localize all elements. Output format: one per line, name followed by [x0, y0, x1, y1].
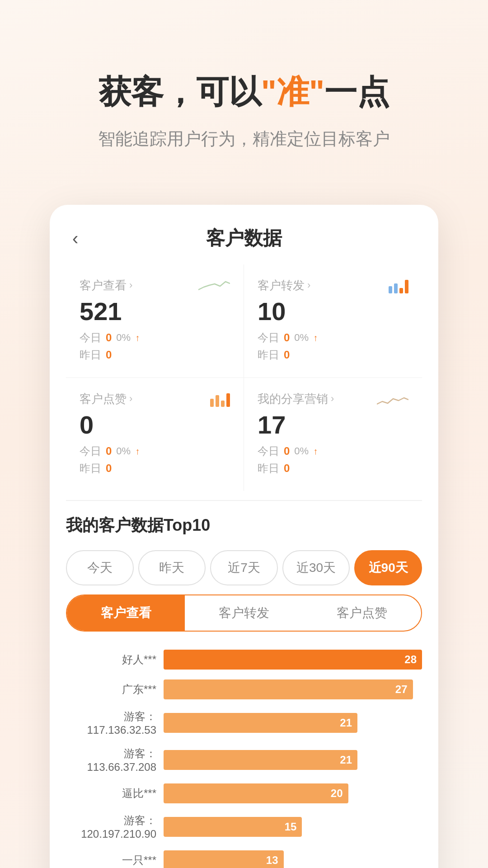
bar-row: 逼比*** 20 — [66, 783, 422, 803]
page-title: 客户数据 — [206, 226, 282, 251]
bar-name: 好人*** — [66, 652, 156, 667]
bar-row: 游客：117.136.32.53 21 — [66, 709, 422, 736]
bar-track: 21 — [164, 713, 422, 733]
mini-line-chart-share — [377, 391, 408, 407]
arrow-up-icon: ↑ — [313, 333, 318, 343]
bar-value: 15 — [285, 821, 297, 833]
hero-subtitle: 智能追踪用户行为，精准定位目标客户 — [27, 127, 461, 151]
chevron-icon: › — [129, 393, 132, 405]
stat-label-share: 我的分享营销 › — [258, 391, 334, 407]
bar-track: 13 — [164, 850, 422, 868]
stat-card-like: 客户点赞 › 0 今日 0 0% ↑ 昨日 0 — [66, 378, 244, 491]
bar-track: 28 — [164, 650, 422, 670]
bar-fill: 21 — [164, 750, 357, 770]
date-tab-90days[interactable]: 近90天 — [354, 550, 422, 585]
bar-row: 游客：113.66.37.208 21 — [66, 746, 422, 774]
bar-name: 游客：120.197.210.90 — [66, 813, 156, 840]
bar-name: 游客：117.136.32.53 — [66, 709, 156, 736]
hero-title-accent: "准" — [261, 74, 324, 110]
bar-track: 21 — [164, 750, 422, 770]
date-tab-today[interactable]: 今天 — [66, 550, 134, 585]
chevron-icon: › — [331, 393, 334, 405]
bar-value: 20 — [331, 787, 343, 800]
date-tabs: 今天 昨天 近7天 近30天 近90天 — [66, 550, 422, 585]
cat-tab-like[interactable]: 客户点赞 — [303, 595, 421, 631]
bar-value: 21 — [340, 754, 352, 766]
stat-today-share: 今日 0 0% ↑ — [258, 444, 408, 458]
bar-fill: 28 — [164, 650, 422, 670]
stat-yesterday-forward: 昨日 0 — [258, 348, 408, 362]
stat-today-views: 今日 0 0% ↑ — [80, 330, 230, 345]
stat-yesterday-views: 昨日 0 — [80, 348, 230, 362]
stat-value-views: 521 — [80, 299, 230, 324]
bar-row: 游客：120.197.210.90 15 — [66, 813, 422, 840]
card-header: ‹ 客户数据 — [50, 205, 438, 264]
stats-grid: 客户查看 › 521 今日 0 0% ↑ 昨日 0 — [50, 264, 438, 491]
bar-value: 27 — [395, 683, 408, 696]
mini-line-chart — [198, 277, 230, 293]
hero-title-part2: 一点 — [324, 74, 389, 110]
bar-track: 15 — [164, 817, 422, 837]
phone-card: ‹ 客户数据 客户查看 › 521 今日 0 0% ↑ — [50, 205, 438, 868]
bar-value: 13 — [266, 854, 278, 867]
bar-fill: 21 — [164, 713, 357, 733]
date-tab-30days[interactable]: 近30天 — [282, 550, 350, 585]
bar-fill: 20 — [164, 783, 348, 803]
date-tab-yesterday[interactable]: 昨天 — [138, 550, 206, 585]
hero-title-part1: 获客，可以 — [99, 74, 261, 110]
bar-name: 逼比*** — [66, 786, 156, 801]
cat-tabs: 客户查看 客户转发 客户点赞 — [66, 594, 422, 632]
bar-row: 一只*** 13 — [66, 850, 422, 868]
bar-name: 广东*** — [66, 682, 156, 697]
bar-fill: 27 — [164, 679, 413, 699]
cat-tab-forward[interactable]: 客户转发 — [185, 595, 303, 631]
back-button[interactable]: ‹ — [72, 228, 78, 249]
stat-today-forward: 今日 0 0% ↑ — [258, 330, 408, 345]
top10-section: 我的客户数据Top10 今天 昨天 近7天 近30天 近90天 客户查看 客户转… — [50, 514, 438, 868]
bar-value: 21 — [340, 717, 352, 729]
chevron-icon: › — [129, 279, 132, 291]
arrow-up-icon: ↑ — [135, 446, 140, 457]
stat-value-forward: 10 — [258, 299, 408, 324]
stat-card-views: 客户查看 › 521 今日 0 0% ↑ 昨日 0 — [66, 264, 244, 378]
bar-track: 20 — [164, 783, 422, 803]
stat-card-forward: 客户转发 › 10 今日 0 0% ↑ 昨日 0 — [244, 264, 422, 378]
arrow-up-icon: ↑ — [313, 446, 318, 457]
mini-bar-chart — [389, 277, 408, 293]
date-tab-7days[interactable]: 近7天 — [210, 550, 278, 585]
stat-value-like: 0 — [80, 412, 230, 438]
hero-section: 获客，可以"准"一点 智能追踪用户行为，精准定位目标客户 — [0, 0, 488, 187]
mini-bar-chart-like — [210, 391, 230, 407]
bar-name: 一只*** — [66, 853, 156, 868]
cat-tab-views[interactable]: 客户查看 — [67, 595, 185, 631]
stat-label-views: 客户查看 › — [80, 278, 132, 293]
bar-chart: 好人*** 28 广东*** 27 游客：117.136.32.53 21 游客… — [66, 650, 422, 868]
chevron-icon: › — [307, 279, 310, 291]
bar-name: 游客：113.66.37.208 — [66, 746, 156, 774]
stat-yesterday-share: 昨日 0 — [258, 461, 408, 476]
stat-value-share: 17 — [258, 412, 408, 438]
stat-label-like: 客户点赞 › — [80, 391, 132, 407]
bar-row: 好人*** 28 — [66, 650, 422, 670]
top10-title: 我的客户数据Top10 — [66, 514, 422, 537]
divider — [66, 500, 422, 501]
bar-track: 27 — [164, 679, 422, 699]
stat-today-like: 今日 0 0% ↑ — [80, 444, 230, 458]
stat-yesterday-like: 昨日 0 — [80, 461, 230, 476]
bar-row: 广东*** 27 — [66, 679, 422, 699]
stat-label-forward: 客户转发 › — [258, 278, 310, 293]
bar-fill: 13 — [164, 850, 284, 868]
hero-title: 获客，可以"准"一点 — [27, 72, 461, 111]
bar-value: 28 — [404, 653, 417, 666]
bar-fill: 15 — [164, 817, 302, 837]
stat-card-share: 我的分享营销 › 17 今日 0 0% ↑ 昨日 0 — [244, 378, 422, 491]
arrow-up-icon: ↑ — [135, 333, 140, 343]
